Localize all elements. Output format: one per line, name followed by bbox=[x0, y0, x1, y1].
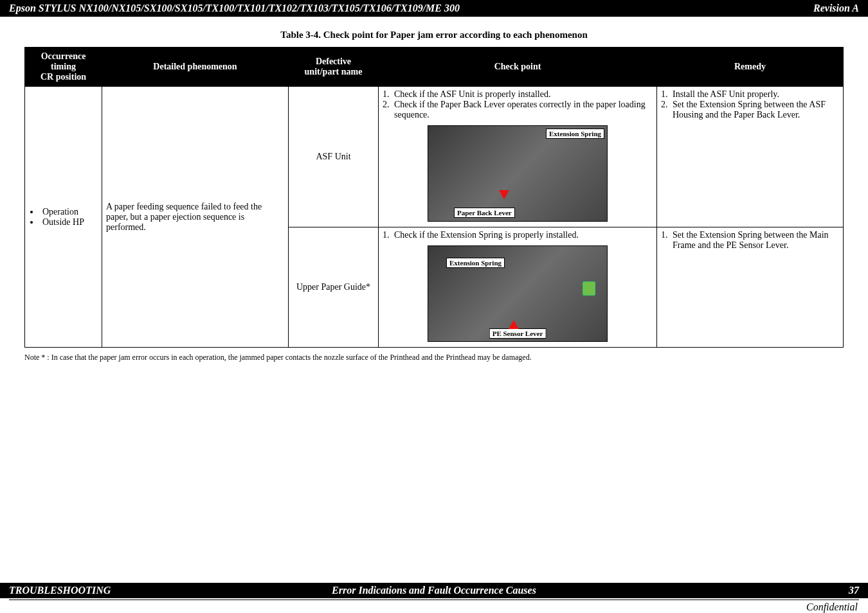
remedy2-list: 1.Set the Extension Spring between the M… bbox=[661, 230, 839, 251]
cell-check-1: 1.Check if the ASF Unit is properly inst… bbox=[379, 87, 657, 227]
callout-paper-back-lever: Paper Back Lever bbox=[454, 208, 515, 218]
num: 2. bbox=[383, 100, 394, 120]
remedy1-item: 1.Install the ASF Unit properly. bbox=[661, 89, 839, 100]
red-arrow-icon bbox=[509, 320, 519, 329]
check1-image: Extension Spring Paper Back Lever bbox=[428, 125, 608, 222]
col-detailed: Detailed phenomenon bbox=[102, 48, 289, 87]
remedy1-list: 1.Install the ASF Unit properly. 2.Set t… bbox=[661, 89, 839, 120]
col-remedy: Remedy bbox=[657, 48, 844, 87]
cell-detailed: A paper feeding sequence failed to feed … bbox=[102, 87, 289, 348]
cell-unit-2: Upper Paper Guide* bbox=[289, 227, 379, 348]
col-defective-label: Defectiveunit/part name bbox=[305, 57, 363, 76]
check1-list: 1.Check if the ASF Unit is properly inst… bbox=[383, 89, 653, 120]
num: 1. bbox=[661, 89, 673, 100]
check2-image-block: Extension Spring PE Sensor Lever bbox=[383, 245, 653, 342]
check1-item: 1.Check if the ASF Unit is properly inst… bbox=[383, 89, 653, 100]
red-arrow-icon bbox=[499, 190, 509, 199]
table-title: Table 3-4. Check point for Paper jam err… bbox=[24, 30, 844, 40]
occurrence-item: Outside HP bbox=[30, 217, 98, 227]
check1-text: Check if the Paper Back Lever operates c… bbox=[394, 100, 653, 120]
cell-remedy-2: 1.Set the Extension Spring between the M… bbox=[657, 227, 844, 348]
cell-check-2: 1.Check if the Extension Spring is prope… bbox=[379, 227, 657, 348]
confidential-label: Confidential bbox=[806, 600, 859, 613]
checkpoint-table: OccurrencetimingCR position Detailed phe… bbox=[24, 47, 844, 348]
col-defective: Defectiveunit/part name bbox=[289, 48, 379, 87]
footer: TROUBLESHOOTING Error Indications and Fa… bbox=[0, 583, 868, 613]
check1-image-block: Extension Spring Paper Back Lever bbox=[383, 125, 653, 222]
num: 2. bbox=[661, 100, 673, 120]
callout-extension-spring: Extension Spring bbox=[546, 129, 604, 139]
check2-text: Check if the Extension Spring is properl… bbox=[394, 230, 579, 240]
check1-text: Check if the ASF Unit is properly instal… bbox=[394, 89, 550, 100]
cell-occurrence: Operation Outside HP bbox=[25, 87, 102, 348]
cell-unit-1: ASF Unit bbox=[289, 87, 379, 227]
green-marker-icon bbox=[583, 281, 595, 296]
check2-list: 1.Check if the Extension Spring is prope… bbox=[383, 230, 653, 240]
occurrence-item: Operation bbox=[30, 207, 98, 217]
remedy2-item: 1.Set the Extension Spring between the M… bbox=[661, 230, 839, 251]
content-area: Table 3-4. Check point for Paper jam err… bbox=[0, 17, 868, 476]
remedy2-text: Set the Extension Spring between the Mai… bbox=[673, 230, 839, 251]
check2-item: 1.Check if the Extension Spring is prope… bbox=[383, 230, 653, 240]
footer-center: Error Indications and Fault Occurrence C… bbox=[289, 585, 578, 596]
footer-left: TROUBLESHOOTING bbox=[9, 585, 289, 596]
check2-image: Extension Spring PE Sensor Lever bbox=[428, 245, 608, 342]
remedy1-item: 2.Set the Extension Spring between the A… bbox=[661, 100, 839, 120]
num: 1. bbox=[383, 230, 394, 240]
col-occurrence: OccurrencetimingCR position bbox=[25, 48, 102, 87]
remedy1-text: Set the Extension Spring between the ASF… bbox=[673, 100, 839, 120]
header-left: Epson STYLUS NX100/NX105/SX100/SX105/TX1… bbox=[9, 3, 460, 14]
footnote: Note * : In case that the paper jam erro… bbox=[24, 353, 844, 362]
footer-bar: TROUBLESHOOTING Error Indications and Fa… bbox=[0, 583, 868, 598]
num: 1. bbox=[661, 230, 673, 251]
header-right: Revision A bbox=[813, 3, 859, 14]
occurrence-list: Operation Outside HP bbox=[29, 207, 98, 227]
footer-page-number: 37 bbox=[579, 585, 859, 596]
cell-remedy-1: 1.Install the ASF Unit properly. 2.Set t… bbox=[657, 87, 844, 227]
table-row: Operation Outside HP A paper feeding seq… bbox=[25, 87, 844, 227]
num: 1. bbox=[383, 89, 394, 100]
remedy1-text: Install the ASF Unit properly. bbox=[673, 89, 779, 100]
callout-pe-sensor-lever: PE Sensor Lever bbox=[489, 328, 547, 339]
spacer bbox=[0, 476, 868, 583]
col-check: Check point bbox=[379, 48, 657, 87]
callout-extension-spring-2: Extension Spring bbox=[446, 258, 505, 268]
table-header-row: OccurrencetimingCR position Detailed phe… bbox=[25, 48, 844, 87]
header-bar: Epson STYLUS NX100/NX105/SX100/SX105/TX1… bbox=[0, 0, 868, 17]
check1-item: 2.Check if the Paper Back Lever operates… bbox=[383, 100, 653, 120]
page: Epson STYLUS NX100/NX105/SX100/SX105/TX1… bbox=[0, 0, 868, 613]
col-occurrence-label: OccurrencetimingCR position bbox=[41, 51, 86, 82]
confidential-bar: Confidential bbox=[9, 600, 859, 613]
